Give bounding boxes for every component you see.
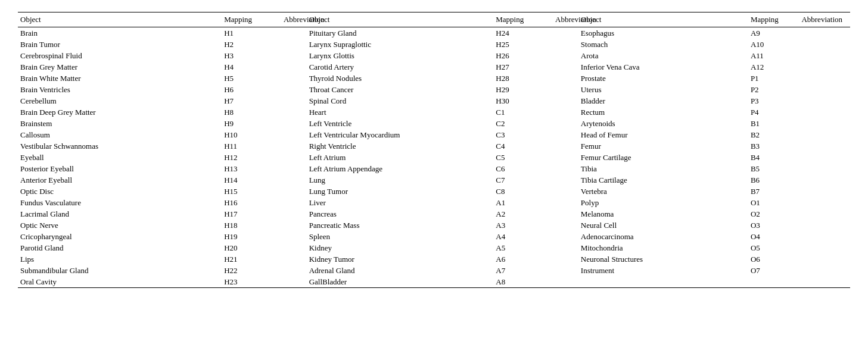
table-cell: C6 [493,163,553,174]
table-cell: A10 [748,39,799,50]
table-cell: Uterus [578,84,748,95]
table-cell: A5 [493,242,553,253]
table-row: BrainstemH9Left VentricleC2ArytenoidsB1 [18,118,850,129]
table-cell [553,50,578,61]
table-cell: Posterior Eyeball [18,163,222,174]
table-cell: B5 [748,163,799,174]
table-cell: Callosum [18,129,222,140]
table-cell: Neural Cell [578,220,748,231]
table-cell [799,61,850,73]
table-cell: Lung [307,174,494,186]
table-row: CricopharyngealH19SpleenA4Adenocarcinoma… [18,231,850,242]
table-cell: Parotid Gland [18,242,222,253]
table-row: Oral CavityH23GallBladderA8 [18,276,850,288]
table-cell [799,208,850,220]
table-cell: Instrument [578,265,748,276]
table-cell: Pancreatic Mass [307,220,494,231]
table-row: LipsH21Kidney TumorA6Neuronal Structures… [18,253,850,265]
table-cell: H20 [222,242,281,253]
table-cell: H7 [222,95,281,107]
table-cell: Carotid Artery [307,61,494,73]
table-cell: Larynx Glottis [307,50,494,61]
table-cell [281,265,307,276]
table-cell: O5 [748,242,799,253]
header-abbr2: Abbreviation [553,12,578,27]
table-cell [281,253,307,265]
table-cell: Throat Cancer [307,84,494,95]
table-cell: O1 [748,197,799,208]
table-cell: P1 [748,73,799,84]
table-cell: H10 [222,129,281,140]
table-cell [799,50,850,61]
table-cell: Submandibular Gland [18,265,222,276]
table-cell [799,231,850,242]
table-cell: C1 [493,107,553,118]
table-cell: Heart [307,107,494,118]
table-cell: C7 [493,174,553,186]
table-cell [553,208,578,220]
table-cell: Arytenoids [578,118,748,129]
table-cell: H14 [222,174,281,186]
table-cell: A3 [493,220,553,231]
table-cell: Oral Cavity [18,276,222,288]
table-cell: Spleen [307,231,494,242]
table-row: Posterior EyeballH13Left Atrium Appendag… [18,163,850,174]
table-cell: Kidney Tumor [307,253,494,265]
table-cell: H29 [493,84,553,95]
table-cell [553,242,578,253]
table-cell [553,152,578,163]
table-cell [281,242,307,253]
table-cell [553,163,578,174]
table-cell: A2 [493,208,553,220]
table-cell [281,118,307,129]
table-cell [799,129,850,140]
table-cell [799,253,850,265]
table-cell [553,39,578,50]
header-abbr1: Abbreviation [281,12,307,27]
table-cell [553,265,578,276]
table-cell: Adenocarcinoma [578,231,748,242]
table-cell: H6 [222,84,281,95]
table-cell: Left Atrium [307,152,494,163]
table-cell: Lacrimal Gland [18,208,222,220]
table-cell: Stomach [578,39,748,50]
table-cell [281,129,307,140]
table-cell: A1 [493,197,553,208]
table-cell [799,265,850,276]
table-cell: Liver [307,197,494,208]
table-row: Brain VentriclesH6Throat CancerH29Uterus… [18,84,850,95]
header-object2: Object [307,12,494,27]
table-cell [281,220,307,231]
table-cell: H23 [222,276,281,288]
table-cell: H12 [222,152,281,163]
table-row: Optic DiscH15Lung TumorC8VertebraB7 [18,186,850,197]
table-cell [281,50,307,61]
table-row: Brain TumorH2Larynx SupraglotticH25Stoma… [18,39,850,50]
table-cell: H9 [222,118,281,129]
table-cell [799,152,850,163]
table-row: Lacrimal GlandH17PancreasA2MelanomaO2 [18,208,850,220]
table-cell [281,84,307,95]
table-cell [553,174,578,186]
table-cell [281,27,307,39]
table-cell: Brain White Matter [18,73,222,84]
table-cell [799,174,850,186]
table-cell [553,118,578,129]
table-cell: H17 [222,208,281,220]
table-cell [281,95,307,107]
table-cell: Mitochondria [578,242,748,253]
table-cell: O3 [748,220,799,231]
table-cell [799,220,850,231]
table-cell [281,276,307,288]
table-cell [799,118,850,129]
table-row: Parotid GlandH20KidneyA5MitochondriaO5 [18,242,850,253]
table-cell: B6 [748,174,799,186]
table-cell: Optic Nerve [18,220,222,231]
table-cell [281,231,307,242]
table-row: Optic NerveH18Pancreatic MassA3Neural Ce… [18,220,850,231]
table-cell [553,129,578,140]
table-cell: Brain Grey Matter [18,61,222,73]
table-cell: Pituitary Gland [307,27,494,39]
table-cell: P3 [748,95,799,107]
table-cell [553,27,578,39]
